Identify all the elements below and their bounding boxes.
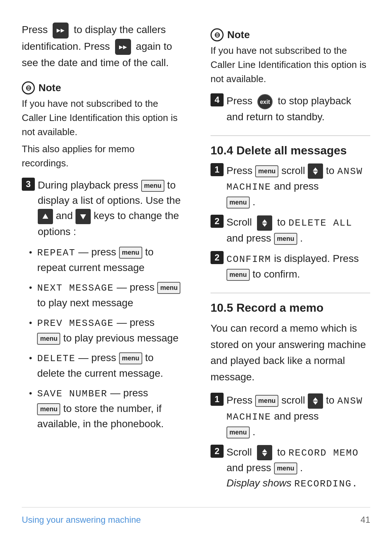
footer: Using your answering machine 41 [22,507,370,525]
s104-dot-2a: . [300,232,303,244]
s104-scroll-icon-1 [308,163,323,179]
note-1-header: ⊖ Note [22,81,181,94]
s104-menu-btn-1b: menu [226,197,250,209]
menu-btn-prev: menu [37,333,60,345]
prev-code: PREV MESSAGE [37,318,114,329]
s105-scroll-2: Scroll [226,446,252,458]
s104-step-2b: 2 CONFIRM is displayed. Press menu to co… [211,251,370,282]
note-1-body: If you have not subscribed to the Caller… [22,97,181,170]
note-icon-1: ⊖ [22,81,35,94]
s105-scroll-1: scroll [281,395,308,406]
dash-5: — press [110,387,148,399]
nav-down-icon [75,209,91,224]
s105-step-2-content: Scroll to RECORD MEMO and press menu . [226,445,370,492]
footer-left: Using your answering machine [22,515,141,525]
section-105-intro: You can record a memo which is stored on… [211,320,370,385]
s105-menu-btn-1b: menu [226,426,250,438]
note-2: ⊖ Note If you have not subscribed to the… [211,28,370,86]
s105-step-1-num: 1 [211,393,224,406]
note-icon-2: ⊖ [211,28,224,41]
s105-scroll-icon-2 [257,445,272,460]
s105-step-2-num: 2 [211,445,224,458]
menu-button-1: menu [141,180,164,192]
section-105-title: 10.5 Record a memo [211,301,370,315]
s105-menu-btn-2: menu [274,462,297,474]
forward-icon [53,23,69,39]
menu-btn-save: menu [37,403,60,415]
bullet-prev-text: PREV MESSAGE — press menu to play previo… [37,315,178,346]
menu-btn-delete: menu [119,352,142,364]
bullet-next: • NEXT MESSAGE — press menu to play next… [29,280,181,311]
svg-marker-0 [42,214,48,219]
s104-menu-btn-2b: menu [226,269,250,281]
s104-confirm-text: to confirm. [253,268,300,280]
s104-to-2a: to [277,217,289,228]
s104-step-2a-num: 2 [211,215,224,228]
bullet-prev: • PREV MESSAGE — press menu to play prev… [29,315,181,346]
s104-scroll-2a: Scroll [226,217,252,228]
s105-display-shows: Display shows [226,477,291,489]
s105-to-2: to [277,446,289,458]
s105-recording: RECORDING. [294,478,358,489]
intro-section: Press to display the callers identificat… [22,22,181,71]
note-1-line-1: If you have not subscribed to the Caller… [22,97,181,139]
bullet-dot-2: • [29,281,32,294]
s104-and-press-2a: and press [226,232,274,244]
next-desc: to play next message [37,297,133,308]
and-text: and [56,210,76,221]
section-104: 10.4 Delete all messages 1 Press menu sc… [211,144,370,282]
step-4-content: Press exit to stop playback and return t… [226,93,370,125]
save-code: SAVE NUMBER [37,388,107,399]
s105-record-memo: RECORD MEMO [289,448,359,458]
section-104-title: 10.4 Delete all messages [211,144,370,157]
s104-and-press-1: and press [274,181,319,192]
note-2-line-1: If you have not subscribed to the Caller… [211,44,370,86]
section-105: 10.5 Record a memo You can record a memo… [211,301,370,491]
two-column-layout: Press to display the callers identificat… [22,22,370,507]
page: Press to display the callers identificat… [0,0,392,554]
s104-scroll-icon-2a [257,215,272,231]
exit-icon: exit [257,94,273,109]
s104-press-1: Press [226,165,253,176]
press-label: Press [22,24,48,35]
bullet-dot-3: • [29,316,32,329]
divider-1 [211,136,370,136]
s104-displayed: is displayed. Press [274,253,359,264]
bullet-save: • SAVE NUMBER — press menu to store the … [29,385,181,432]
s105-to-1: to [326,395,337,406]
bullet-dot-1: • [29,246,32,259]
s105-step-1: 1 Press menu scroll to ANSW MACHINE [211,393,370,440]
s105-step-1-content: Press menu scroll to ANSW MACHINE and pr… [226,393,370,440]
note-2-body: If you have not subscribed to the Caller… [211,44,370,86]
step-3-text1: During playback press [38,179,138,191]
step-4-num: 4 [211,93,224,106]
bullet-save-text: SAVE NUMBER — press menu to store the nu… [37,385,181,432]
s105-scroll-icon-1 [308,393,323,409]
step-3-content: During playback press menu to display a … [38,178,181,239]
step-4-press: Press [226,95,253,106]
s104-step-2b-num: 2 [211,251,224,264]
nav-up-icon [38,209,53,224]
intro-text: Press to display the callers identificat… [22,22,181,71]
note-2-title: Note [227,29,250,41]
right-column: ⊖ Note If you have not subscribed to the… [207,22,370,507]
menu-btn-next: menu [157,282,180,294]
dash-1: — press [78,246,119,258]
s104-step-1: 1 Press menu scroll to ANSW MACHINE [211,163,370,210]
bullet-repeat-text: REPEAT — press menu to repeat current me… [37,244,181,275]
s104-step-2b-content: CONFIRM is displayed. Press menu to conf… [226,251,370,282]
s104-dot-1: . [253,196,256,207]
note-2-header: ⊖ Note [211,28,370,41]
next-code: NEXT MESSAGE [37,283,114,294]
note-1: ⊖ Note If you have not subscribed to the… [22,81,181,170]
bullet-delete: • DELETE — press menu to delete the curr… [29,350,181,381]
s105-step-2: 2 Scroll to RECORD MEMO and press m [211,445,370,492]
s104-step-2a-content: Scroll to DELETE ALL and press menu . [226,215,370,246]
s105-dot-2: . [300,462,303,473]
s105-and-press-2: and press [226,462,274,473]
svg-marker-1 [80,214,86,219]
prev-desc: to play previous message [63,332,179,344]
note-1-title: Note [38,82,61,94]
s104-step-1-content: Press menu scroll to ANSW MACHINE and pr… [226,163,370,210]
step-4: 4 Press exit to stop playback and return… [211,93,370,125]
